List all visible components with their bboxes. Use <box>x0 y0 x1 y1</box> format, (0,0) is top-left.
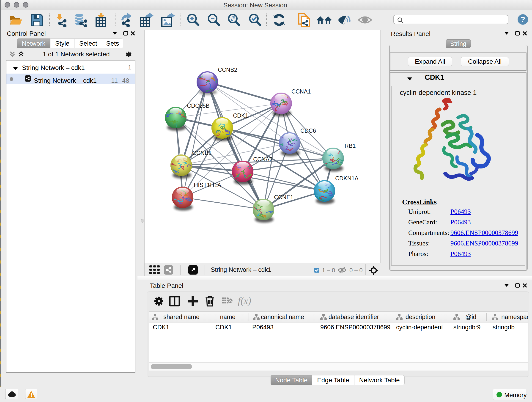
svg-text:CDC25B: CDC25B <box>187 102 210 109</box>
svg-text:CDK1: CDK1 <box>233 112 248 119</box>
svg-text:CCNA2: CCNA2 <box>253 156 273 162</box>
svg-text:CDC6: CDC6 <box>300 128 316 134</box>
svg-text:CCNA1: CCNA1 <box>291 88 311 95</box>
svg-text:?: ? <box>520 15 525 24</box>
svg-text:RB1: RB1 <box>345 143 356 149</box>
svg-text:CCNB2: CCNB2 <box>218 66 237 73</box>
svg-text:CCNE1: CCNE1 <box>274 194 293 200</box>
svg-text:CCNB1: CCNB1 <box>192 150 212 156</box>
svg-text:HIST1H1A: HIST1H1A <box>194 182 221 188</box>
svg-text:CDKN1A: CDKN1A <box>335 175 359 182</box>
